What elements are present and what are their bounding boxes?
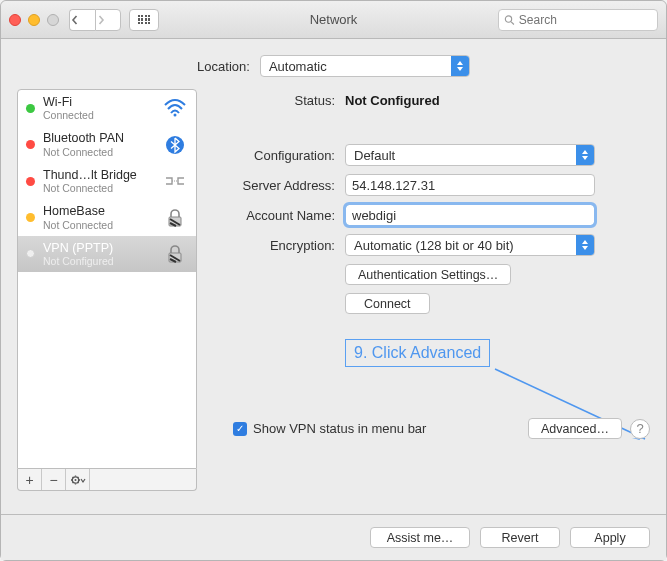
connect-button[interactable]: Connect: [345, 293, 430, 314]
search-icon: [504, 14, 515, 26]
show-vpn-status-label: Show VPN status in menu bar: [253, 421, 426, 436]
server-address-label: Server Address:: [215, 178, 345, 193]
location-value: Automatic: [269, 59, 327, 74]
forward-button[interactable]: [95, 9, 121, 31]
show-vpn-status-checkbox[interactable]: ✓ Show VPN status in menu bar: [233, 421, 426, 436]
sidebar-item-name: Wi-Fi: [43, 95, 154, 109]
auth-settings-button[interactable]: Authentication Settings…: [345, 264, 511, 285]
apply-button[interactable]: Apply: [570, 527, 650, 548]
search-field[interactable]: [498, 9, 658, 31]
show-all-button[interactable]: [129, 9, 159, 31]
back-button[interactable]: [69, 9, 95, 31]
svg-line-19: [77, 477, 78, 478]
checkbox-checked-icon: ✓: [233, 422, 247, 436]
select-arrows-icon: [451, 56, 469, 76]
sidebar-item-status: Connected: [43, 109, 154, 121]
titlebar: Network: [1, 1, 666, 39]
thunderbolt-icon: [162, 171, 188, 191]
sidebar-item-thunderbolt[interactable]: Thund…lt Bridge Not Connected: [18, 163, 196, 199]
configuration-label: Configuration:: [215, 148, 345, 163]
search-input[interactable]: [519, 13, 652, 27]
server-address-input[interactable]: [345, 174, 595, 196]
encryption-select[interactable]: Automatic (128 bit or 40 bit): [345, 234, 595, 256]
tutorial-annotation: 9. Click Advanced: [345, 339, 490, 367]
sidebar-item-homebase[interactable]: HomeBase Not Connected: [18, 199, 196, 235]
sidebar-item-wifi[interactable]: Wi-Fi Connected: [18, 90, 196, 126]
configuration-select[interactable]: Default: [345, 144, 595, 166]
svg-line-1: [511, 21, 514, 24]
plus-icon: +: [25, 472, 33, 488]
close-button[interactable]: [9, 14, 21, 26]
svg-point-0: [505, 15, 511, 21]
window-controls: [9, 14, 59, 26]
sidebar-item-bluetooth[interactable]: Bluetooth PAN Not Connected: [18, 126, 196, 162]
grid-icon: [138, 15, 151, 24]
chevron-left-icon: [70, 15, 80, 25]
status-dot-disconnected: [26, 140, 35, 149]
sidebar-item-status: Not Configured: [43, 255, 154, 267]
svg-line-17: [77, 482, 78, 483]
sidebar-item-status: Not Connected: [43, 182, 154, 194]
sidebar-item-name: VPN (PPTP): [43, 241, 154, 255]
zoom-button: [47, 14, 59, 26]
sidebar-footer: + −: [17, 469, 197, 491]
nav-buttons: [69, 9, 121, 31]
svg-point-11: [74, 479, 76, 481]
account-name-input[interactable]: [345, 204, 595, 226]
encryption-label: Encryption:: [215, 238, 345, 253]
sidebar-item-status: Not Connected: [43, 219, 154, 231]
chevron-right-icon: [96, 15, 106, 25]
vpn-lock-icon: [162, 244, 188, 264]
minus-icon: −: [49, 472, 57, 488]
select-arrows-icon: [576, 235, 594, 255]
advanced-button[interactable]: Advanced…: [528, 418, 622, 439]
vpn-lock-icon: [162, 208, 188, 228]
bottom-bar: Assist me… Revert Apply: [1, 514, 666, 560]
status-label: Status:: [215, 93, 345, 108]
details-panel: Status: Not Configured Configuration: De…: [215, 89, 650, 491]
gear-icon: [70, 474, 86, 486]
select-arrows-icon: [576, 145, 594, 165]
location-label: Location:: [197, 59, 250, 74]
wifi-icon: [162, 98, 188, 118]
sidebar-item-name: Thund…lt Bridge: [43, 168, 154, 182]
remove-service-button[interactable]: −: [42, 469, 66, 490]
svg-line-16: [72, 477, 73, 478]
svg-line-18: [72, 482, 73, 483]
status-dot-disconnected: [26, 177, 35, 186]
status-dot-unconfigured: [26, 249, 35, 258]
sidebar-item-status: Not Connected: [43, 146, 154, 158]
sidebar-item-name: Bluetooth PAN: [43, 131, 154, 145]
sidebar-item-vpn-pptp[interactable]: VPN (PPTP) Not Configured: [18, 236, 196, 272]
sidebar-item-name: HomeBase: [43, 204, 154, 218]
assist-me-button[interactable]: Assist me…: [370, 527, 470, 548]
status-dot-connected: [26, 104, 35, 113]
location-row: Location: Automatic: [17, 39, 650, 89]
minimize-button[interactable]: [28, 14, 40, 26]
configuration-value: Default: [354, 148, 395, 163]
services-sidebar: Wi-Fi Connected Bluetooth PAN Not Connec…: [17, 89, 197, 469]
location-select[interactable]: Automatic: [260, 55, 470, 77]
svg-point-2: [174, 114, 177, 117]
account-name-label: Account Name:: [215, 208, 345, 223]
bluetooth-icon: [162, 135, 188, 155]
help-button[interactable]: ?: [630, 419, 650, 439]
revert-button[interactable]: Revert: [480, 527, 560, 548]
encryption-value: Automatic (128 bit or 40 bit): [354, 238, 514, 253]
network-preferences-window: Network Location: Automatic: [0, 0, 667, 561]
status-dot-idle: [26, 213, 35, 222]
service-actions-button[interactable]: [66, 469, 90, 490]
status-value: Not Configured: [345, 93, 650, 108]
add-service-button[interactable]: +: [18, 469, 42, 490]
